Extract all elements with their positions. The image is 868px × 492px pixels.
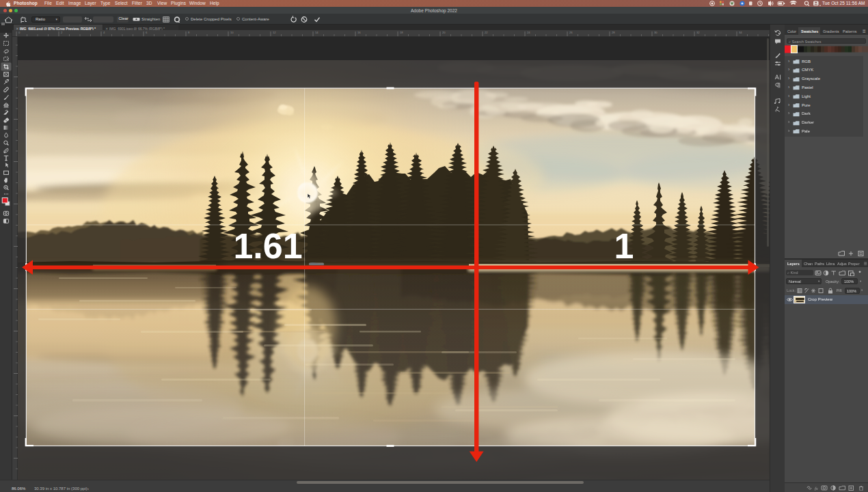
svg-text:6: 6 (146, 31, 148, 34)
svg-text:34: 34 (739, 31, 742, 34)
svg-text:32: 32 (696, 31, 700, 34)
svg-text:0: 0 (18, 31, 21, 34)
svg-text:22: 22 (485, 31, 488, 34)
svg-text:24: 24 (527, 31, 530, 34)
svg-text:fx: fx (815, 486, 818, 491)
svg-text:18: 18 (400, 31, 403, 34)
svg-text:28: 28 (612, 31, 615, 34)
svg-text:12: 12 (273, 31, 276, 34)
svg-text:8: 8 (188, 31, 190, 34)
svg-text:20: 20 (442, 31, 446, 34)
svg-text:14: 14 (315, 31, 318, 34)
svg-text:2: 2 (61, 31, 63, 34)
svg-text:1.61: 1.61 (233, 226, 302, 266)
svg-text:10: 10 (230, 31, 234, 34)
svg-text:4: 4 (103, 31, 105, 34)
svg-text:16: 16 (357, 31, 361, 34)
svg-text:30: 30 (654, 31, 657, 34)
svg-text:26: 26 (569, 31, 573, 34)
svg-text:1: 1 (614, 226, 634, 266)
